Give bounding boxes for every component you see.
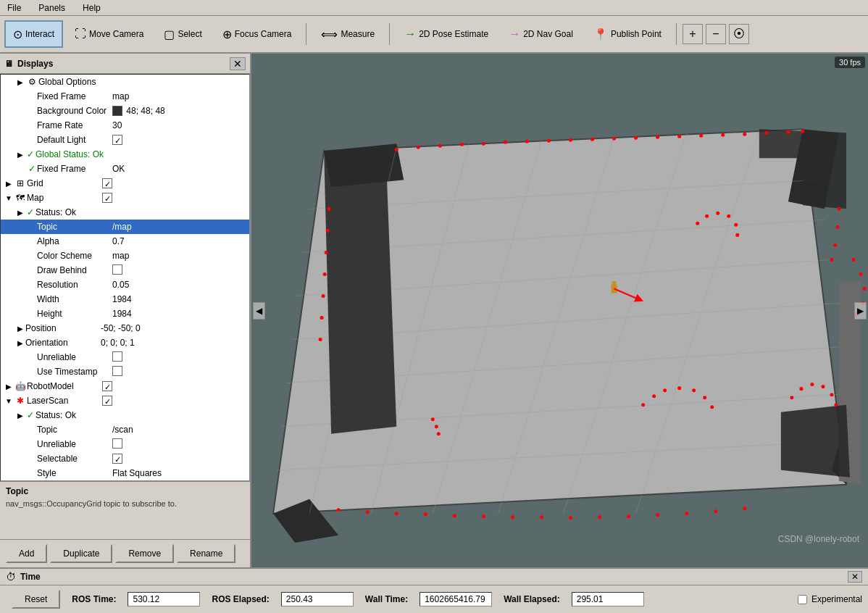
frame-rate-item[interactable]: Frame Rate 30: [1, 118, 249, 133]
zoom-out-button[interactable]: −: [706, 24, 726, 44]
frame-rate-value: 30: [109, 120, 246, 130]
svg-point-92: [435, 425, 438, 428]
3d-view[interactable]: 30 fps ◀ ▶: [251, 54, 868, 567]
laser-unreliable-checkbox[interactable]: [112, 438, 122, 449]
fixed-frame-ok-item[interactable]: ✓ Fixed Frame OK: [1, 162, 249, 176]
svg-point-53: [319, 338, 322, 341]
2d-nav-button[interactable]: → 2D Nav Goal: [500, 20, 582, 48]
svg-point-56: [862, 287, 866, 291]
laser-selectable-item[interactable]: Selectable: [1, 451, 249, 466]
focus-camera-button[interactable]: ⊕ Focus Camera: [214, 20, 301, 48]
default-light-item[interactable]: Default Light: [1, 133, 249, 147]
map-status-item[interactable]: ▶ ✓ Status: Ok: [1, 205, 249, 220]
global-status-item[interactable]: ▶ ✓ Global Status: Ok: [1, 147, 249, 162]
svg-point-35: [656, 135, 659, 139]
robot-model-checkbox[interactable]: [102, 381, 112, 391]
rename-button[interactable]: Rename: [177, 544, 235, 563]
resolution-item[interactable]: Resolution 0.05: [1, 278, 249, 292]
use-timestamp-label: Use Timestamp: [37, 367, 109, 377]
width-item[interactable]: Width 1984: [1, 292, 249, 306]
svg-point-32: [591, 138, 594, 141]
unreliable-map-checkbox[interactable]: [112, 351, 122, 362]
svg-point-47: [327, 207, 331, 211]
color-scheme-item[interactable]: Color Scheme map: [1, 249, 249, 263]
color-scheme-label: Color Scheme: [37, 251, 109, 261]
svg-point-27: [482, 142, 485, 146]
2d-pose-icon: →: [404, 28, 416, 41]
draw-behind-checkbox[interactable]: [112, 264, 122, 275]
alpha-item[interactable]: Alpha 0.7: [1, 234, 249, 249]
use-timestamp-checkbox[interactable]: [112, 366, 122, 376]
laser-topic-item[interactable]: Topic /scan: [1, 422, 249, 437]
laser-selectable-checkbox[interactable]: [112, 454, 122, 464]
svg-point-69: [627, 514, 630, 518]
wall-time-label: Wall Time:: [365, 594, 408, 604]
unreliable-map-item[interactable]: Unreliable: [1, 350, 249, 364]
menu-file[interactable]: File: [3, 1, 25, 14]
position-item[interactable]: ▶ Position -50; -50; 0: [1, 321, 249, 335]
laser-scan-checkbox[interactable]: [102, 396, 112, 406]
svg-point-36: [677, 135, 681, 138]
collapse-right-arrow[interactable]: ▶: [854, 302, 867, 320]
svg-point-86: [735, 233, 739, 237]
menu-help[interactable]: Help: [78, 1, 105, 14]
ros-elapsed-value: 250.43: [281, 592, 354, 606]
measure-button[interactable]: ⟺ Measure: [312, 20, 383, 48]
publish-point-icon: 📍: [593, 28, 608, 41]
main-area: 🖥 Displays ✕ ▶ ⚙ Global Options Fixed Fr…: [0, 54, 868, 567]
map-checkbox[interactable]: [102, 193, 112, 203]
wall-elapsed-label: Wall Elapsed:: [504, 594, 560, 604]
svg-point-31: [569, 138, 572, 142]
map-item[interactable]: ▼ 🗺 Map: [1, 191, 249, 205]
collapse-left-arrow[interactable]: ◀: [253, 302, 265, 320]
unreliable-map-label: Unreliable: [37, 352, 109, 362]
experimental-area: Experimental: [798, 594, 862, 604]
focus-camera-label: Focus Camera: [235, 29, 292, 39]
resolution-label: Resolution: [37, 280, 109, 290]
use-timestamp-item[interactable]: Use Timestamp: [1, 364, 249, 379]
grid-checkbox[interactable]: [102, 178, 112, 188]
view-options-button[interactable]: ⦿: [729, 24, 749, 44]
laser-status-item[interactable]: ▶ ✓ Status: Ok: [1, 408, 249, 422]
svg-point-52: [320, 316, 324, 320]
grid-item[interactable]: ▶ ⊞ Grid: [1, 176, 249, 191]
fixed-frame-item[interactable]: Fixed Frame map: [1, 89, 249, 104]
interact-button[interactable]: ⊙ Interact: [4, 20, 63, 48]
experimental-checkbox[interactable]: [798, 595, 807, 604]
svg-point-82: [705, 214, 709, 218]
reset-button[interactable]: Reset: [12, 590, 60, 609]
menu-bar: File Panels Help: [0, 0, 868, 16]
default-light-checkbox[interactable]: [112, 135, 122, 145]
robot-model-item[interactable]: ▶ 🤖 RobotModel: [1, 379, 249, 393]
svg-point-76: [663, 388, 667, 392]
svg-point-54: [851, 258, 855, 262]
displays-tree[interactable]: ▶ ⚙ Global Options Fixed Frame map Backg…: [0, 74, 250, 481]
2d-pose-button[interactable]: → 2D Pose Estimate: [396, 20, 497, 48]
time-panel-close-button[interactable]: ✕: [848, 571, 862, 583]
publish-point-button[interactable]: 📍 Publish Point: [585, 20, 670, 48]
svg-point-91: [431, 417, 435, 421]
duplicate-button[interactable]: Duplicate: [50, 544, 112, 563]
remove-button[interactable]: Remove: [115, 544, 174, 563]
height-item[interactable]: Height 1984: [1, 306, 249, 321]
laser-unreliable-item[interactable]: Unreliable: [1, 437, 249, 451]
select-button[interactable]: ▢ Select: [155, 20, 210, 48]
global-options-label: Global Options: [38, 77, 111, 87]
fixed-frame-value: map: [109, 91, 246, 101]
panel-close-button[interactable]: ✕: [230, 57, 246, 70]
laser-selectable-label: Selectable: [37, 454, 109, 464]
global-options-item[interactable]: ▶ ⚙ Global Options: [1, 75, 249, 89]
menu-panels[interactable]: Panels: [34, 1, 70, 14]
svg-point-28: [504, 141, 507, 144]
background-color-item[interactable]: Background Color 48; 48; 48: [1, 104, 249, 118]
laser-style-label: Style: [37, 468, 109, 478]
map-topic-item[interactable]: Topic /map: [1, 220, 249, 234]
orientation-item[interactable]: ▶ Orientation 0; 0; 0; 1: [1, 335, 249, 350]
laser-scan-item[interactable]: ▼ ✱ LaserScan: [1, 393, 249, 408]
add-button[interactable]: Add: [6, 544, 47, 563]
laser-style-item[interactable]: Style Flat Squares: [1, 466, 249, 480]
zoom-in-button[interactable]: +: [683, 24, 703, 44]
toolbar: ⊙ Interact ⛶ Move Camera ▢ Select ⊕ Focu…: [0, 16, 868, 54]
draw-behind-item[interactable]: Draw Behind: [1, 263, 249, 278]
move-camera-button[interactable]: ⛶ Move Camera: [66, 20, 152, 48]
